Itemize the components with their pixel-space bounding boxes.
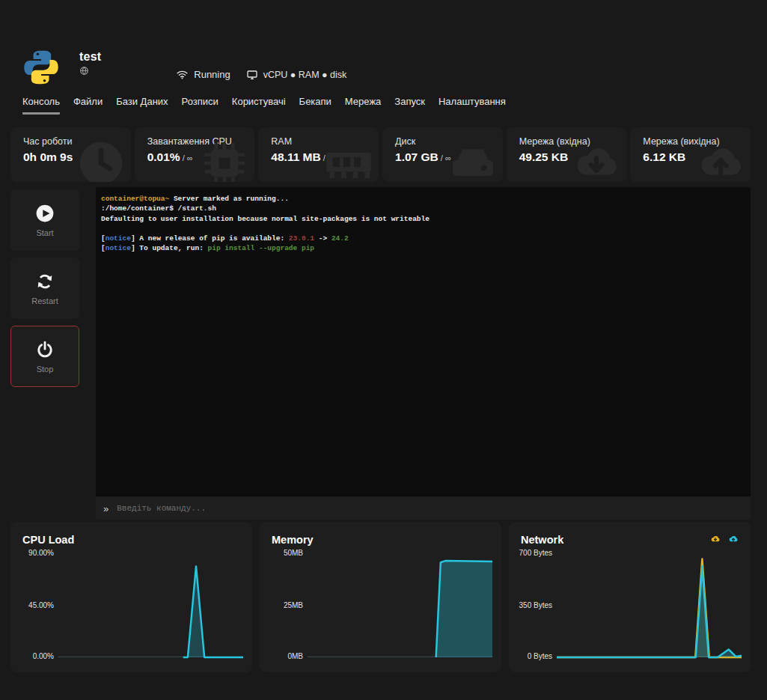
tab-розписи[interactable]: Розписи — [182, 96, 219, 115]
tab-мережа[interactable]: Мережа — [345, 96, 381, 115]
clock-icon — [76, 138, 126, 182]
stat-card-cloud-down: Мережа (вхідна)49.25 KB — [507, 127, 627, 182]
command-input[interactable] — [115, 503, 743, 514]
y-tick: 0 Bytes — [528, 652, 552, 660]
tab-бази даних[interactable]: Бази Даних — [116, 96, 168, 115]
tab-бекапи[interactable]: Бекапи — [299, 96, 331, 115]
cloud-down-icon — [571, 138, 622, 182]
server-specs: vCPU ● RAM ● disk — [263, 70, 347, 80]
chart-plot — [557, 553, 742, 657]
y-tick: 0MB — [287, 652, 303, 660]
microchip-icon — [199, 138, 250, 182]
server-title: test — [79, 50, 101, 64]
y-tick: 0.00% — [33, 652, 54, 660]
globe-icon[interactable] — [79, 66, 89, 76]
stat-card-memory: RAM48.11 MB / ∞ — [258, 127, 379, 182]
stats-row: Час роботи0h 0m 9sЗавантаження CPU0.01% … — [10, 127, 751, 182]
cloud-up-icon — [695, 138, 746, 182]
console-input-row: » — [96, 497, 751, 520]
stat-card-microchip: Завантаження CPU0.01% / ∞ — [135, 127, 255, 182]
charts-row: CPU Load90.00%45.00%0.00%Memory50MB25MB0… — [10, 522, 751, 672]
main-section: StartRestartStop container@topua~ Server… — [10, 187, 751, 520]
cloud-up-icon — [728, 534, 739, 544]
console-output[interactable]: container@topua~ Server marked as runnin… — [96, 187, 751, 496]
stat-card-cloud-up: Мережа (вихідна)6.12 KB — [630, 127, 751, 182]
chart-title: Memory — [272, 534, 492, 546]
console-line: [notice] A new release of pip is availab… — [101, 234, 745, 243]
stat-card-clock: Час роботи0h 0m 9s — [10, 127, 131, 182]
chart-card-memory: Memory50MB25MB0MB — [260, 522, 501, 672]
console-line — [101, 224, 745, 234]
power-button-label: Start — [36, 228, 53, 237]
status-line: Running vCPU ● RAM ● disk — [176, 68, 346, 81]
play-circle-icon — [35, 204, 55, 223]
console-line: Defaulting to user installation because … — [101, 214, 745, 224]
power-buttons: StartRestartStop — [10, 189, 79, 520]
console-panel: container@topua~ Server marked as runnin… — [96, 187, 751, 520]
y-axis-labels: 50MB25MB0MB — [270, 553, 308, 657]
power-button-label: Restart — [31, 296, 58, 305]
chart-plot — [308, 553, 492, 657]
stat-suffix: / ∞ — [180, 153, 193, 162]
stop-button[interactable]: Stop — [10, 326, 79, 387]
console-line: [notice] To update, run: pip install --u… — [101, 243, 745, 253]
y-tick: 50MB — [284, 549, 303, 557]
y-tick: 90.00% — [28, 549, 54, 557]
tab-налаштування[interactable]: Налаштування — [438, 96, 506, 115]
y-axis-labels: 700 Bytes350 Bytes0 Bytes — [519, 553, 557, 657]
y-axis-labels: 90.00%45.00%0.00% — [21, 553, 58, 657]
wifi-icon — [176, 68, 189, 81]
start-button[interactable]: Start — [10, 189, 79, 251]
title-block: test — [79, 49, 101, 79]
tab-консоль[interactable]: Консоль — [22, 96, 60, 115]
python-logo — [22, 49, 60, 86]
monitor-icon — [246, 69, 258, 81]
cloud-down-icon — [710, 534, 721, 544]
tab-користувачі[interactable]: Користувачі — [232, 96, 286, 115]
y-tick: 25MB — [284, 601, 303, 609]
hdd-icon — [447, 138, 498, 182]
chart-body: 700 Bytes350 Bytes0 Bytes — [519, 553, 742, 657]
power-button-label: Stop — [37, 365, 54, 374]
server-header: test Running — [10, 40, 751, 115]
y-tick: 350 Bytes — [519, 601, 552, 609]
power-off-icon — [35, 340, 55, 359]
chart-title: CPU Load — [22, 534, 243, 546]
tab-запуск[interactable]: Запуск — [394, 96, 425, 115]
y-tick: 45.00% — [28, 601, 54, 609]
nav-tabs: КонсольФайлиБази ДанихРозписиКористувачі… — [10, 96, 751, 115]
chart-body: 90.00%45.00%0.00% — [21, 553, 243, 657]
stat-card-hdd: Диск1.07 GB / ∞ — [382, 127, 503, 182]
chart-plot — [58, 553, 243, 657]
restart-icon — [35, 272, 55, 291]
tab-файли[interactable]: Файли — [73, 96, 103, 115]
chart-card-cpu-load: CPU Load90.00%45.00%0.00% — [10, 522, 252, 672]
y-tick: 700 Bytes — [519, 549, 552, 557]
server-status: Running — [194, 69, 230, 80]
chart-card-network: Network700 Bytes350 Bytes0 Bytes — [509, 522, 751, 672]
chart-title: Network — [521, 534, 742, 546]
restart-button[interactable]: Restart — [10, 258, 79, 319]
console-line: :/home/container$ /start.sh — [101, 204, 745, 213]
spec-group: vCPU ● RAM ● disk — [246, 69, 347, 81]
chart-body: 50MB25MB0MB — [270, 553, 492, 657]
console-line: container@topua~ Server marked as runnin… — [101, 194, 745, 204]
header-top: test Running — [10, 40, 751, 86]
prompt-icon: » — [103, 503, 109, 514]
chart-legend-icons — [710, 534, 739, 544]
memory-icon — [323, 138, 374, 182]
